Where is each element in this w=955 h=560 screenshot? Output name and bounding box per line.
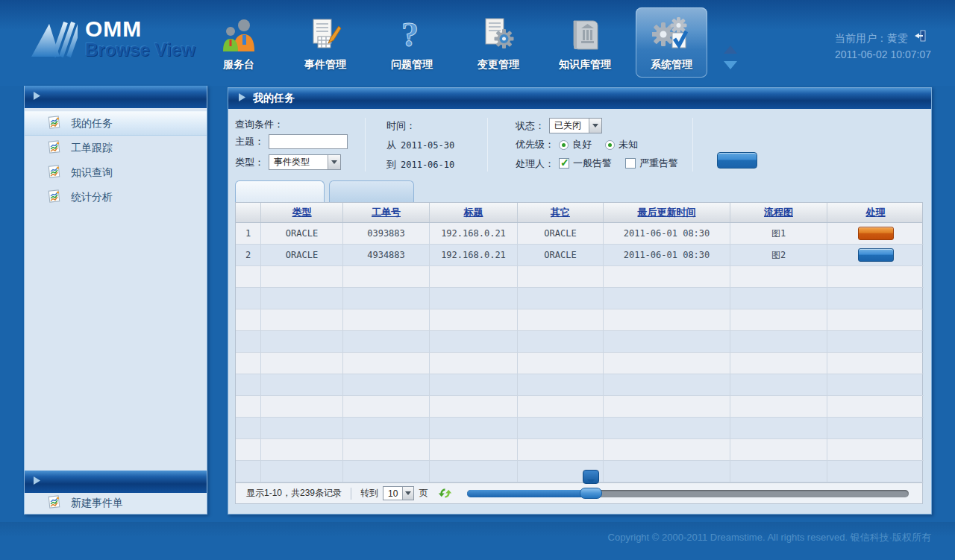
scroll-down-icon[interactable] — [724, 61, 737, 76]
arrow-right-icon — [32, 90, 42, 104]
option-label: 严重告警 — [639, 157, 678, 170]
table-cell: ORACLE — [260, 223, 342, 245]
time-label: 时间： — [386, 119, 416, 133]
column-header-7[interactable]: 处理 — [827, 203, 924, 222]
checkbox-icon[interactable] — [559, 158, 569, 169]
table-cell — [260, 331, 342, 353]
sidebar-item-label: 新建事件单 — [71, 497, 123, 510]
app-header: OMM Browse View 服务台事件管理?问题管理变更管理知识库管理系统管… — [0, 0, 955, 86]
sidebar-item-label: 工单跟踪 — [71, 142, 113, 155]
subject-input[interactable] — [269, 134, 348, 149]
table-cell — [517, 288, 603, 309]
report-icon — [47, 165, 62, 181]
table-cell — [260, 353, 342, 374]
option-label: 未知 — [619, 138, 638, 151]
table-cell — [429, 461, 517, 482]
table-cell — [730, 331, 827, 353]
status-select[interactable]: 已关闭 — [549, 118, 602, 133]
copyright-text: Copyright © 2000-2011 Dreamstime. All ri… — [608, 531, 931, 544]
tab-list-1[interactable] — [235, 180, 325, 202]
table-row[interactable]: 2ORACLE4934883192.168.0.21ORACLE2011-06-… — [236, 245, 922, 266]
tab-list-2[interactable] — [329, 180, 414, 202]
priority-option[interactable]: 良好 — [559, 138, 592, 151]
page-title: 我的任务 — [253, 92, 295, 105]
checkbox-icon[interactable] — [625, 158, 636, 169]
handler-option[interactable]: 一般告警 — [559, 157, 612, 170]
sidebar-item-new-incident[interactable]: 新建事件单 — [25, 493, 207, 514]
table-cell: ORACLE — [517, 223, 603, 245]
arrow-right-icon — [32, 475, 42, 488]
sidebar-bottom-bar — [25, 471, 207, 493]
search-button[interactable] — [717, 152, 757, 169]
arrow-right-icon — [237, 92, 247, 104]
table-cell — [827, 461, 924, 482]
type-select[interactable]: 事件类型 — [269, 154, 341, 170]
table-cell — [603, 396, 730, 418]
panel-title-bar: 我的任务 — [228, 88, 931, 109]
sidebar-item-1[interactable]: 我的任务 — [25, 111, 207, 136]
column-header-4[interactable]: 其它 — [517, 203, 603, 222]
page-slider[interactable] — [467, 490, 909, 497]
refresh-icon[interactable] — [438, 487, 452, 500]
row-action-button[interactable] — [858, 248, 894, 262]
nav-item-system[interactable]: 系统管理 — [636, 7, 707, 78]
table-cell: ORACLE — [260, 245, 342, 266]
table-cell: 192.168.0.21 — [429, 223, 517, 245]
nav-item-knowledge[interactable]: 知识库管理 — [549, 7, 621, 78]
sidebar-item-4[interactable]: 统计分析 — [25, 185, 207, 210]
slider-handle[interactable] — [580, 488, 602, 499]
chevron-down-icon[interactable] — [402, 487, 413, 500]
nav-item-problem[interactable]: ?问题管理 — [376, 7, 448, 78]
nav-item-label: 系统管理 — [651, 58, 692, 72]
table-row[interactable]: 1ORACLE0393883192.168.0.21ORACLE2011-06-… — [236, 223, 922, 245]
page-unit-label: 页 — [419, 487, 428, 500]
table-cell — [827, 331, 924, 353]
subject-label: 主题： — [235, 135, 264, 148]
row-action-button[interactable] — [858, 227, 894, 240]
column-header-3[interactable]: 标题 — [429, 203, 517, 222]
table-row-empty — [236, 396, 922, 418]
chevron-down-icon[interactable] — [589, 119, 601, 133]
radio-icon[interactable] — [559, 140, 569, 150]
nav-item-incident[interactable]: 事件管理 — [289, 7, 361, 78]
scroll-up-icon[interactable] — [724, 39, 737, 54]
table-cell — [517, 374, 603, 396]
radio-icon[interactable] — [605, 140, 615, 150]
nav-item-service-desk[interactable]: 服务台 — [203, 7, 275, 78]
to-date[interactable]: 2011-06-10 — [401, 160, 454, 170]
page-select[interactable]: 10 — [383, 486, 414, 500]
table-cell — [827, 353, 924, 374]
table-cell — [517, 439, 603, 461]
nav-item-change[interactable]: 变更管理 — [463, 7, 534, 78]
table-cell: 2 — [236, 245, 260, 266]
priority-option[interactable]: 未知 — [605, 138, 638, 151]
sidebar-item-2[interactable]: 工单跟踪 — [25, 136, 207, 160]
table-cell: 0393883 — [342, 223, 429, 245]
table-row-empty — [236, 418, 922, 439]
table-cell — [236, 396, 260, 418]
table-cell — [827, 439, 924, 461]
type-label: 类型： — [235, 156, 264, 169]
report-icon — [47, 189, 62, 206]
table-cell — [342, 396, 429, 418]
column-header-1[interactable]: 类型 — [260, 203, 342, 222]
table-cell — [603, 461, 730, 482]
sidebar-item-3[interactable]: 知识查询 — [25, 160, 207, 185]
column-header-2[interactable]: 工单号 — [342, 203, 429, 222]
table-row-empty — [236, 266, 922, 288]
sidebar-item-label: 统计分析 — [71, 191, 113, 204]
column-header-5[interactable]: 最后更新时间 — [603, 203, 730, 222]
table-cell — [730, 396, 827, 418]
handler-option[interactable]: 严重告警 — [625, 157, 678, 170]
table-cell — [827, 309, 924, 331]
table-cell — [730, 309, 827, 331]
table-cell — [236, 418, 260, 439]
chevron-down-icon[interactable] — [328, 155, 340, 169]
report-icon — [47, 140, 62, 157]
column-header-6[interactable]: 流程图 — [730, 203, 827, 222]
table-cell — [260, 288, 342, 309]
from-date[interactable]: 2011-05-30 — [401, 140, 454, 151]
problem-icon: ? — [395, 15, 428, 55]
handler-label: 处理人： — [516, 157, 554, 171]
logout-icon[interactable] — [914, 30, 927, 46]
